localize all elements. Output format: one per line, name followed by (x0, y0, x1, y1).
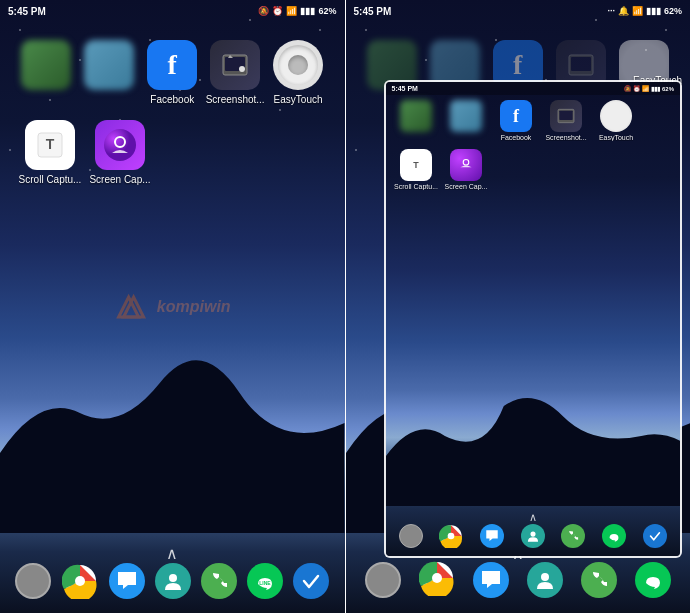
overlay-mute: 🔕 (624, 85, 631, 92)
facebook-label: Facebook (150, 94, 194, 105)
right-status-icons: ··· 🔔 📶 ▮▮▮ 62% (607, 6, 682, 16)
watermark-text: kompiwin (157, 298, 231, 316)
left-app-row-1: f Facebook Screenshot... (15, 40, 330, 105)
svg-point-6 (104, 129, 136, 161)
screen-cap-label: Screen Cap... (89, 174, 150, 185)
wifi-icon: 📶 (286, 6, 297, 16)
overlay-inner: 5:45 PM 🔕 ⏰ 📶 ▮▮▮ 62% (386, 82, 681, 556)
overlay-app-screencap[interactable]: Screen Cap... (444, 149, 489, 190)
left-status-bar: 5:45 PM 🔕 ⏰ 📶 ▮▮▮ 62% (0, 0, 345, 22)
svg-point-29 (541, 573, 549, 581)
svg-point-24 (448, 533, 455, 540)
app-easytouch[interactable]: EasyTouch (267, 40, 330, 105)
overlay-app-screenshot[interactable]: Screenshot... (544, 100, 589, 141)
dock-phone[interactable] (201, 563, 237, 599)
overlay-alarm: ⏰ (633, 85, 640, 92)
easytouch-label: EasyTouch (274, 94, 323, 105)
screenshot-label: Screenshot... (206, 94, 265, 105)
left-app-row-2: T Scroll Captu... (15, 120, 330, 185)
overlay-app-blurred-1[interactable] (394, 100, 439, 134)
dock-flyme[interactable] (15, 563, 51, 599)
right-dock-contacts[interactable] (527, 562, 563, 598)
right-signal-icon: ▮▮▮ (646, 6, 661, 16)
overlay-dock-check[interactable] (643, 524, 667, 548)
overlay-app-row-2: T Scroll Captu... Screen Cap... (394, 149, 673, 190)
overlay-dock-line[interactable] (602, 524, 626, 548)
right-dock-message[interactable] (473, 562, 509, 598)
svg-rect-16 (571, 57, 591, 71)
app-scroll-capture[interactable]: T Scroll Captu... (15, 120, 85, 185)
dots-icon: ··· (607, 6, 615, 16)
svg-point-28 (432, 573, 442, 583)
right-screen: 5:45 PM ··· 🔔 📶 ▮▮▮ 62% f (346, 0, 691, 613)
overlay-scroll-label: Scroll Captu... (394, 183, 438, 190)
right-dock-phone[interactable] (581, 562, 617, 598)
svg-point-21 (463, 159, 469, 165)
svg-point-2 (239, 66, 245, 72)
left-status-icons: 🔕 ⏰ 📶 ▮▮▮ 62% (258, 6, 336, 16)
left-bottom-dock: LINE (0, 557, 345, 605)
app-facebook[interactable]: f Facebook (141, 40, 204, 105)
mute-icon: 🔕 (258, 6, 269, 16)
dock-chrome[interactable] (61, 562, 99, 600)
overlay-app-easytouch[interactable]: EasyTouch (594, 100, 639, 141)
watermark: kompiwin (114, 292, 231, 322)
app-blurred-1[interactable] (15, 40, 78, 94)
right-alarm-icon: 🔔 (618, 6, 629, 16)
overlay-app-scroll[interactable]: T Scroll Captu... (394, 149, 439, 190)
svg-point-12 (75, 576, 85, 586)
screenshot-overlay: 5:45 PM 🔕 ⏰ 📶 ▮▮▮ 62% (384, 80, 683, 558)
right-battery-text: 62% (664, 6, 682, 16)
overlay-fb-label: Facebook (501, 134, 532, 141)
left-screen: 5:45 PM 🔕 ⏰ 📶 ▮▮▮ 62% f Facebook (0, 0, 345, 613)
svg-rect-18 (559, 111, 572, 120)
svg-text:LINE: LINE (260, 580, 272, 586)
left-hills (0, 333, 345, 533)
left-app-grid: f Facebook Screenshot... (0, 30, 345, 210)
right-dock-flyme[interactable] (365, 562, 401, 598)
overlay-ss-label: Screenshot... (545, 134, 586, 141)
app-screen-cap[interactable]: Screen Cap... (85, 120, 155, 185)
svg-point-25 (530, 532, 535, 537)
left-time: 5:45 PM (8, 6, 46, 17)
svg-point-13 (169, 574, 177, 582)
overlay-status-bar: 5:45 PM 🔕 ⏰ 📶 ▮▮▮ 62% (386, 82, 681, 95)
app-blurred-2[interactable] (78, 40, 141, 94)
overlay-app-facebook[interactable]: f Facebook (494, 100, 539, 141)
overlay-apps: f Facebook Screenshot... EasyTouch (386, 95, 681, 203)
app-screenshot[interactable]: Screenshot... (204, 40, 267, 105)
overlay-dock-flyme[interactable] (399, 524, 423, 548)
overlay-battery: 62% (662, 86, 674, 92)
dock-message[interactable] (109, 563, 145, 599)
alarm-icon: ⏰ (272, 6, 283, 16)
overlay-up-arrow[interactable]: ∧ (529, 511, 537, 524)
overlay-wifi: 📶 (642, 85, 649, 92)
right-bottom-dock (346, 555, 691, 605)
overlay-dock-message[interactable] (480, 524, 504, 548)
svg-text:T: T (46, 136, 55, 152)
right-wifi-icon: 📶 (632, 6, 643, 16)
svg-text:T: T (413, 160, 419, 170)
dock-line[interactable]: LINE (247, 563, 283, 599)
overlay-app-blurred-2[interactable] (444, 100, 489, 134)
overlay-app-row-1: f Facebook Screenshot... EasyTouch (394, 100, 673, 141)
right-dock-line[interactable] (635, 562, 671, 598)
overlay-hills (386, 386, 681, 506)
dock-check[interactable] (293, 563, 329, 599)
overlay-screencap-label: Screen Cap... (445, 183, 488, 190)
overlay-dock-phone[interactable] (561, 524, 585, 548)
right-dock-chrome[interactable] (419, 560, 455, 600)
battery-text: 62% (318, 6, 336, 16)
scroll-capture-label: Scroll Captu... (19, 174, 82, 185)
signal-icon: ▮▮▮ (300, 6, 315, 16)
overlay-dock (386, 521, 681, 551)
overlay-signal: ▮▮▮ (651, 85, 660, 92)
overlay-et-label: EasyTouch (599, 134, 633, 141)
right-time: 5:45 PM (354, 6, 392, 17)
overlay-dock-contacts[interactable] (521, 524, 545, 548)
overlay-time: 5:45 PM (392, 85, 418, 92)
dock-contacts[interactable] (155, 563, 191, 599)
right-status-bar: 5:45 PM ··· 🔔 📶 ▮▮▮ 62% (346, 0, 691, 22)
overlay-dock-chrome[interactable] (439, 524, 463, 548)
